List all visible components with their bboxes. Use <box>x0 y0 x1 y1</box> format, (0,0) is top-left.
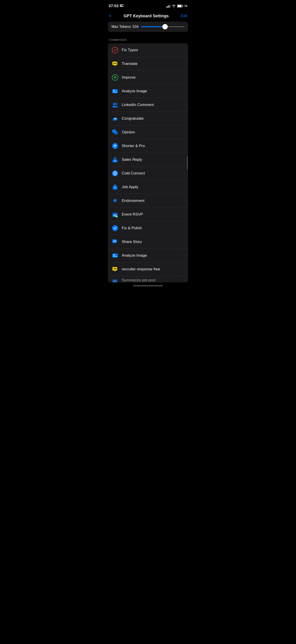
analyze-image-chevron: › <box>183 89 184 93</box>
fix-typos-chevron: › <box>183 48 184 52</box>
improve-icon <box>112 74 119 81</box>
command-share-story[interactable]: Share Story › <box>108 235 188 249</box>
job-apply-chevron: › <box>183 185 184 189</box>
command-cold-connect[interactable]: Cold Connect › <box>108 166 188 180</box>
svg-point-21 <box>115 106 118 108</box>
svg-rect-3 <box>166 6 167 8</box>
endorsement-chevron: › <box>183 199 184 202</box>
command-fix-typos[interactable]: Fix Typos › <box>108 43 188 57</box>
fix-polish-chevron: › <box>183 226 184 230</box>
svg-rect-39 <box>115 216 116 216</box>
svg-point-10 <box>112 47 118 53</box>
svg-rect-42 <box>112 239 117 243</box>
command-fix-polish[interactable]: Fix & Polish › <box>108 222 188 235</box>
svg-rect-1 <box>120 6 122 6</box>
command-analyze-image[interactable]: Analyze Image › <box>108 84 188 98</box>
commands-section-header: COMMANDS <box>104 36 192 43</box>
command-endorsement[interactable]: Endorsement › <box>108 194 188 208</box>
congratulate-label: Congratulate <box>122 116 183 121</box>
svg-point-26 <box>114 157 116 158</box>
sleep-icon <box>120 4 124 8</box>
svg-rect-6 <box>170 4 170 8</box>
event-rsvp-chevron: › <box>183 213 184 216</box>
fix-polish-icon <box>112 224 119 232</box>
home-indicator <box>133 285 163 286</box>
svg-rect-38 <box>114 216 114 216</box>
congratulate-chevron: › <box>183 117 184 120</box>
command-opinion[interactable]: Opinion › <box>108 126 188 139</box>
recruiter-response-icon <box>112 266 119 273</box>
sales-reply-chevron: › <box>183 158 184 162</box>
wifi-icon <box>172 4 176 8</box>
fix-typos-label: Fix Typos <box>122 48 183 52</box>
command-analyze-image-2[interactable]: Analyze Image › <box>108 249 188 262</box>
analyze-image-icon <box>112 88 119 95</box>
sales-reply-icon <box>112 156 119 163</box>
svg-rect-30 <box>113 186 117 190</box>
analyze-image-2-chevron: › <box>183 254 184 257</box>
linkedin-comment-chevron: › <box>183 103 184 107</box>
svg-rect-0 <box>120 6 124 7</box>
svg-rect-32 <box>114 187 116 188</box>
command-recruiter-response[interactable]: recruiter response free › <box>108 262 188 276</box>
svg-point-14 <box>116 63 117 64</box>
svg-point-19 <box>115 103 118 105</box>
edit-button[interactable]: Edit <box>181 14 187 18</box>
opinion-label: Opinion <box>122 130 183 134</box>
share-story-label: Share Story <box>122 240 183 244</box>
linkedin-comment-icon <box>112 101 119 108</box>
analyze-image-label: Analyze Image <box>122 89 183 94</box>
command-job-apply[interactable]: Job Apply › <box>108 180 188 194</box>
svg-point-13 <box>115 63 116 64</box>
tokens-slider[interactable] <box>141 26 184 27</box>
summarize-job-label: Summarize job post <box>122 278 183 282</box>
sales-reply-label: Sales Reply <box>122 158 183 162</box>
svg-rect-34 <box>113 212 118 214</box>
svg-rect-27 <box>115 160 116 162</box>
nav-bar: + GPT Keyboard Settings Edit <box>104 11 192 22</box>
svg-point-52 <box>115 281 116 282</box>
command-improve[interactable]: Improve › <box>108 71 188 84</box>
command-event-rsvp[interactable]: Event RSVP › <box>108 208 188 222</box>
cold-connect-label: Cold Connect <box>122 171 183 176</box>
svg-point-49 <box>116 268 117 269</box>
cold-connect-chevron: › <box>183 172 184 175</box>
translate-chevron: › <box>183 62 184 66</box>
recruiter-response-label: recruiter response free <box>122 267 183 272</box>
svg-rect-4 <box>167 6 168 8</box>
command-translate[interactable]: Translate › <box>108 57 188 71</box>
svg-rect-9 <box>177 5 181 7</box>
summarize-job-chevron: › <box>183 278 184 282</box>
shorter-pro-icon <box>112 142 119 150</box>
shorter-pro-label: Shorter & Pro <box>122 144 183 148</box>
svg-point-51 <box>114 281 114 282</box>
svg-point-41 <box>112 225 118 231</box>
command-linkedin-comment[interactable]: LinkedIn Comment › <box>108 98 188 112</box>
svg-rect-37 <box>116 214 117 215</box>
command-congratulate[interactable]: Congratulate › <box>108 112 188 126</box>
command-shorter-pro[interactable]: Shorter & Pro › <box>108 139 188 153</box>
bottom-bar <box>104 282 192 289</box>
svg-point-47 <box>114 268 114 269</box>
command-summarize-job[interactable]: Summarize job post › <box>108 276 188 282</box>
tokens-container: Max Tokens: 534 <box>108 22 188 32</box>
opinion-icon <box>112 129 119 136</box>
svg-point-43 <box>113 241 114 242</box>
svg-rect-8 <box>182 6 183 7</box>
svg-rect-2 <box>120 4 124 5</box>
opinion-chevron: › <box>183 130 184 134</box>
improve-label: Improve <box>122 75 183 80</box>
svg-point-45 <box>114 254 115 256</box>
svg-point-48 <box>115 268 116 269</box>
event-rsvp-label: Event RSVP <box>122 212 183 217</box>
add-button[interactable]: + <box>109 13 112 19</box>
endorsement-label: Endorsement <box>122 198 183 203</box>
command-sales-reply[interactable]: Sales Reply › <box>108 153 188 166</box>
job-apply-icon <box>112 184 119 191</box>
fix-typos-icon <box>112 46 119 54</box>
shorter-pro-chevron: › <box>183 144 184 148</box>
endorsement-icon <box>112 197 119 204</box>
recruiter-response-chevron: › <box>183 268 184 271</box>
translate-icon <box>112 60 119 67</box>
summarize-job-icon <box>112 278 119 282</box>
